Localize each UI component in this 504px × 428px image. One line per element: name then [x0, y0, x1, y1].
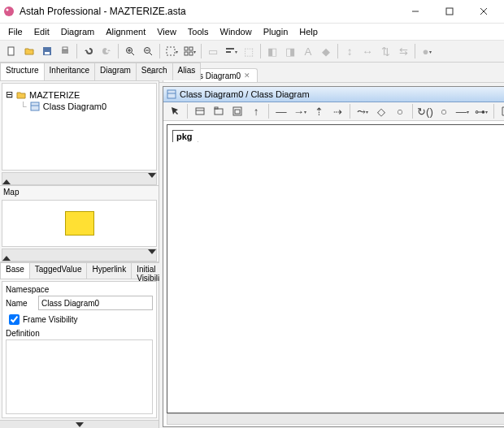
name-input[interactable]: [38, 296, 153, 310]
menu-window[interactable]: Window: [215, 26, 257, 37]
more-button[interactable]: ●▾: [419, 43, 435, 59]
tree-connector: └: [20, 102, 27, 111]
grid-button[interactable]: ▾: [181, 43, 198, 59]
tab-structure[interactable]: Structure: [0, 63, 45, 80]
svg-line-12: [132, 53, 134, 55]
svg-rect-41: [235, 110, 240, 114]
expand-icon[interactable]: ⊟: [6, 89, 13, 100]
assoc-tool[interactable]: —: [273, 103, 289, 119]
select-tool[interactable]: [167, 103, 183, 119]
tree-collapse-bar[interactable]: [2, 172, 157, 185]
window-title: Astah Professional - MAZTERIZE.asta: [20, 6, 398, 17]
definition-textarea[interactable]: [6, 339, 153, 414]
arrange2-button[interactable]: ↔: [359, 43, 376, 59]
tab-diagram[interactable]: Diagram: [94, 63, 137, 80]
folder-icon: [16, 90, 26, 100]
pkg-label: pkg: [172, 130, 198, 142]
class-tool[interactable]: [192, 103, 208, 119]
gen-tool[interactable]: ⇡: [311, 103, 327, 119]
style1-button[interactable]: ◧: [264, 43, 280, 59]
definition-label: Definition: [6, 329, 38, 338]
menu-edit[interactable]: Edit: [29, 26, 54, 37]
redo-button[interactable]: [98, 43, 115, 59]
tab-alias[interactable]: Alias: [172, 63, 202, 80]
canvas-area[interactable]: pkg: [163, 121, 504, 426]
group-button[interactable]: ⬚: [241, 43, 257, 59]
name-label: Name: [6, 299, 38, 308]
circle-tool[interactable]: ○: [436, 103, 452, 119]
svg-point-0: [4, 6, 14, 16]
proptab-tagged[interactable]: TaggedValue: [29, 262, 88, 279]
zoom-in-button[interactable]: [122, 43, 138, 59]
left-collapse-footer[interactable]: [0, 420, 159, 428]
structure-tree[interactable]: ⊟ MAZTERIZE └ Class Diagram0: [2, 83, 157, 171]
map-thumbnail[interactable]: [65, 211, 94, 236]
key-tool[interactable]: ↑: [248, 103, 264, 119]
depend-tool[interactable]: ⤳▾: [354, 103, 371, 119]
color-button[interactable]: ◆: [318, 43, 334, 59]
proptab-base[interactable]: Base: [0, 262, 30, 279]
zoom-out-button[interactable]: [140, 43, 156, 59]
svg-rect-10: [63, 47, 67, 50]
package-frame[interactable]: pkg: [172, 130, 198, 142]
svg-rect-23: [226, 48, 234, 50]
style2-button[interactable]: ◨: [282, 43, 298, 59]
menu-view[interactable]: View: [152, 26, 181, 37]
proptab-hyperlink[interactable]: Hyperlink: [86, 262, 132, 279]
svg-rect-25: [31, 102, 39, 110]
open-button[interactable]: [21, 43, 37, 59]
realize-tool[interactable]: ⇢: [329, 103, 345, 119]
menu-bar: File Edit Diagram Alignment View Tools W…: [0, 24, 504, 41]
map-collapse-bar[interactable]: [2, 249, 157, 262]
align-setting-button[interactable]: ▾: [223, 43, 239, 59]
package-tool[interactable]: [211, 103, 227, 119]
arrange3-button[interactable]: ⇅: [377, 43, 393, 59]
diagram-canvas[interactable]: pkg: [167, 124, 504, 413]
menu-help[interactable]: Help: [294, 26, 323, 37]
svg-rect-29: [167, 90, 176, 98]
tree-project-node[interactable]: ⊟ MAZTERIZE: [6, 89, 153, 101]
align-left-button[interactable]: ▭: [205, 43, 221, 59]
line-tool[interactable]: —▾: [454, 103, 471, 119]
menu-tools[interactable]: Tools: [183, 26, 214, 37]
print-button[interactable]: [57, 43, 73, 59]
refresh-icon[interactable]: [144, 64, 157, 77]
arrange4-button[interactable]: ⇆: [395, 43, 411, 59]
fit-button[interactable]: ▾: [163, 43, 180, 59]
menu-plugin[interactable]: Plugin: [259, 26, 293, 37]
font-button[interactable]: A: [300, 43, 316, 59]
menu-alignment[interactable]: Alignment: [101, 26, 150, 37]
svg-point-1: [7, 9, 9, 11]
nested-tool[interactable]: [229, 103, 245, 119]
internal-title: Class Diagram0 / Class Diagram: [180, 89, 310, 99]
save-button[interactable]: [39, 43, 55, 59]
note-tool[interactable]: [498, 103, 504, 119]
close-button[interactable]: [467, 0, 501, 23]
tree-diagram-node[interactable]: └ Class Diagram0: [20, 101, 153, 112]
svg-rect-22: [189, 52, 193, 55]
aggreg-tool[interactable]: ◇: [373, 103, 389, 119]
self-assoc-tool[interactable]: ↻(): [417, 103, 433, 119]
close-tab-icon[interactable]: ✕: [244, 71, 250, 80]
new-button[interactable]: [3, 43, 20, 59]
via-tool[interactable]: ⊶▾: [473, 103, 489, 119]
tab-inheritance[interactable]: Inheritance: [44, 63, 95, 80]
svg-rect-24: [226, 51, 231, 53]
app-logo-icon: [3, 6, 15, 17]
map-overview[interactable]: [2, 200, 157, 247]
svg-rect-21: [185, 52, 188, 55]
namespace-label: Namespace: [6, 285, 38, 294]
svg-rect-18: [167, 47, 175, 55]
menu-diagram[interactable]: Diagram: [56, 26, 100, 37]
horizontal-scrollbar[interactable]: [167, 413, 504, 425]
framevis-checkbox[interactable]: [9, 314, 20, 325]
nav-assoc-tool[interactable]: →▾: [292, 103, 308, 119]
class-diagram-icon: [30, 102, 40, 111]
minimize-button[interactable]: [398, 0, 432, 23]
interface-tool[interactable]: ○: [392, 103, 408, 119]
arrange1-button[interactable]: ↕: [341, 43, 358, 59]
maximize-button[interactable]: [432, 0, 467, 23]
diagram-toolbar: ↑ — →▾ ⇡ ⇢ ⤳▾ ◇ ○ ↻() ○ —▾ ⊶▾ ⋯▾ T: [163, 102, 504, 121]
undo-button[interactable]: [80, 43, 97, 59]
menu-file[interactable]: File: [3, 26, 28, 37]
